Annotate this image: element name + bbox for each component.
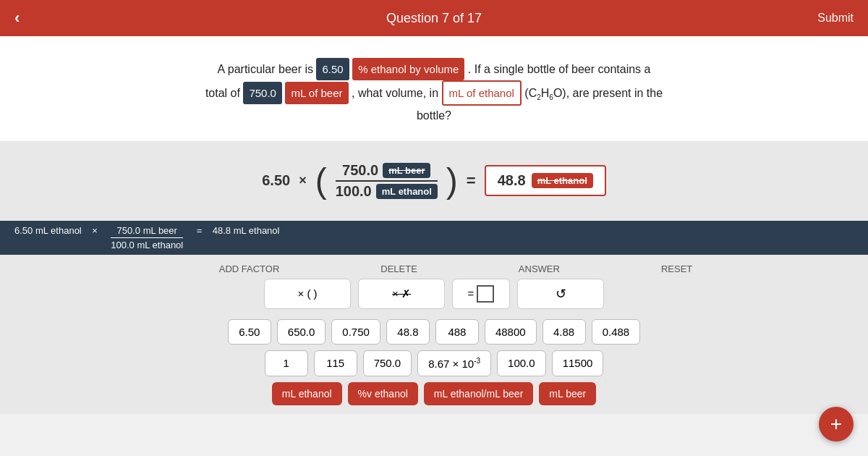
result-value: 48.8 [498,172,526,189]
unit-ml-ethanol[interactable]: mL ethanol [272,382,342,405]
question-formula: (C2H6O), are present in the [524,87,663,99]
question-line1: A particular beer is 6.50 % ethanol by v… [29,58,839,80]
tile-488[interactable]: 488 [435,319,479,345]
controls-area: ADD FACTOR DELETE ANSWER RESET × ( ) × ✗… [0,255,868,414]
tile-0-488[interactable]: 0.488 [592,319,641,345]
tile-0-750[interactable]: 0.750 [331,319,380,345]
value-6-50: 6.50 [316,58,349,80]
open-paren: ( [315,164,327,198]
tile-6-50[interactable]: 6.50 [228,319,271,345]
result-box: 48.8 mL ethanol [485,165,606,196]
tile-48-8[interactable]: 48.8 [386,319,430,345]
reset-label: RESET [661,263,692,274]
equation-area: 6.50 × ( 750.0 mL beer 100.0 mL ethanol … [0,141,868,221]
unit-ml-ethanol-per-ml-beer[interactable]: mL ethanol/mL beer [424,382,533,405]
times-symbol: × [299,173,307,188]
tile-750[interactable]: 750.0 [363,350,412,376]
fab-button[interactable]: + [819,407,854,442]
add-factor-label: ADD FACTOR [219,263,280,274]
tile-4-88[interactable]: 4.88 [542,319,586,345]
tile-48800[interactable]: 48800 [485,319,537,345]
tile-650[interactable]: 650.0 [277,319,326,345]
question-text-bottle: bottle? [417,109,451,122]
delete-button[interactable]: × ✗ [358,279,445,309]
equals-symbol: = [467,172,476,190]
answer-button[interactable]: = [452,279,510,309]
num-value: 750.0 [342,162,378,179]
add-factor-icon: × ( ) [297,287,317,300]
question-area: A particular beer is 6.50 % ethanol by v… [0,36,868,141]
fraction-denominator: 100.0 mL ethanol [336,183,438,200]
ml-beer-badge: mL of beer [285,82,348,104]
fab-icon: + [830,413,842,436]
submit-button[interactable]: Submit [817,12,854,25]
value-750: 750.0 [243,82,282,104]
question-text-total: total of [205,87,243,99]
header: ‹ Question 7 of 17 Submit [0,0,868,36]
question-line2: total of 750.0 mL of beer , what volume,… [29,80,839,106]
number-tile-row2: 1 115 750.0 8.67 × 10-3 100.0 11500 [265,350,604,376]
tile-8-67e-3[interactable]: 8.67 × 10-3 [417,350,491,376]
unit-tile-row: mL ethanol %v ethanol mL ethanol/mL beer… [272,382,596,405]
factor-value: 6.50 [262,172,290,189]
question-line3: bottle? [29,106,839,127]
tile-11500[interactable]: 11500 [552,350,604,376]
question-text-after-percent: . If a single bottle of beer contains a [468,63,651,75]
summary-text: 6.50 mL ethanol × 750.0 mL beer 100.0 mL… [14,225,279,250]
conversion-fraction: 750.0 mL beer 100.0 mL ethanol [336,162,438,200]
tile-115[interactable]: 115 [314,350,357,376]
question-text-what: , what volume, in [352,87,442,99]
percent-ethanol-badge: % ethanol by volume [352,58,464,80]
den-unit: mL ethanol [376,184,438,199]
reset-icon: ↺ [556,286,566,302]
question-text-before: A particular beer is [218,63,317,75]
tiles-area: 6.50 650.0 0.750 48.8 488 48800 4.88 0.4… [29,319,839,405]
delete-icon: × ✗ [392,287,411,300]
close-paren: ) [446,164,458,198]
reset-button[interactable]: ↺ [517,279,604,309]
fraction-numerator: 750.0 mL beer [342,162,430,179]
tile-1[interactable]: 1 [265,350,308,376]
controls-buttons: × ( ) × ✗ = ↺ [29,279,839,309]
number-tile-row1: 6.50 650.0 0.750 48.8 488 48800 4.88 0.4… [228,319,640,345]
ml-ethanol-badge: mL of ethanol [442,80,522,106]
unit-pv-ethanol[interactable]: %v ethanol [348,382,418,405]
summary-bar: 6.50 mL ethanol × 750.0 mL beer 100.0 mL… [0,221,868,255]
fraction-line [336,180,438,182]
num-unit: mL beer [383,163,430,178]
answer-box [477,285,494,303]
unit-ml-beer[interactable]: mL beer [539,382,596,405]
tile-100[interactable]: 100.0 [497,350,546,376]
answer-label: ANSWER [519,263,560,274]
delete-label: DELETE [380,263,417,274]
den-value: 100.0 [336,183,372,200]
controls-labels: ADD FACTOR DELETE ANSWER RESET [29,263,839,274]
question-progress: Question 7 of 17 [386,11,482,26]
add-factor-button[interactable]: × ( ) [264,279,351,309]
back-button[interactable]: ‹ [14,9,20,28]
equals-icon: = [468,287,475,300]
result-unit: mL ethanol [532,173,593,188]
